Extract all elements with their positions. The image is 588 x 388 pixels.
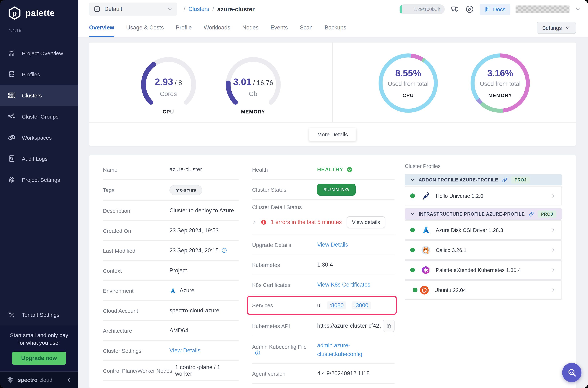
row-agent-version: Agent version 4.4.9/20240912.1118: [252, 364, 395, 384]
row-created-on: Created On 23 Sep 2024, 19:53: [103, 221, 239, 241]
addon-profile-header[interactable]: ADDON PROFILE AZURE-PROFILE PROJ: [405, 174, 562, 185]
row-k8s-certificates: K8s Certificates View K8s Certificates: [252, 275, 395, 295]
check-circle-icon: [346, 166, 353, 173]
settings-button[interactable]: Settings: [537, 22, 576, 34]
chevron-down-icon: [167, 6, 173, 12]
copy-icon[interactable]: [383, 320, 395, 332]
chevron-down-icon: [410, 212, 415, 216]
description-value: Cluster to deploy to Azure.: [169, 207, 236, 214]
row-last-modified: Last Modified 23 Sep 2024, 20:15: [103, 241, 239, 261]
row-architecture: Architecture AMD64: [103, 321, 239, 341]
sidebar-item-label: Clusters: [22, 92, 42, 98]
sidebar-collapse-button[interactable]: [66, 377, 72, 383]
card-divider: [332, 43, 333, 122]
sidebar-item-project-overview[interactable]: Project Overview: [0, 43, 78, 64]
service-port-8080-link[interactable]: :8080: [327, 301, 346, 309]
cluster-details-card: Name azure-cluster Tags ms-azure Descrip…: [89, 155, 576, 388]
memory-donut-chart: 3.16% Used from total MEMORY: [470, 53, 530, 113]
profile-item-hello-universe[interactable]: Hello Universe 1.2.0: [405, 186, 562, 205]
user-menu-chevron-icon[interactable]: [575, 6, 581, 12]
infrastructure-profile-header[interactable]: INFRASTRUCTURE PROFILE AZURE-PROFILE PRO…: [405, 208, 562, 220]
cpu-total-value: / 8: [175, 79, 182, 87]
architecture-value: AMD64: [169, 327, 188, 334]
brand-logo: p palette: [0, 0, 78, 20]
tab-usage-costs[interactable]: Usage & Costs: [126, 18, 164, 37]
service-port-3000-link[interactable]: :3000: [352, 301, 371, 309]
view-error-details-button[interactable]: View details: [347, 216, 385, 228]
network-nodes-icon: [8, 112, 16, 120]
brand-name: palette: [25, 8, 55, 18]
user-name-redacted[interactable]: [516, 5, 569, 13]
hello-universe-icon: [421, 191, 431, 200]
chat-icon[interactable]: [450, 4, 460, 14]
environment-value: Azure: [169, 287, 194, 294]
sidebar-item-label: Cluster Groups: [22, 113, 59, 120]
cluster-profiles-panel: Cluster Profiles ADDON PROFILE AZURE-PRO…: [405, 160, 562, 388]
sidebar-item-profiles[interactable]: Profiles: [0, 64, 78, 85]
expand-chevron-icon[interactable]: [252, 220, 257, 224]
services-value: ui :8080 :3000: [317, 301, 371, 309]
row-cluster-detail-status: Cluster Detail Status 1 errors in the la…: [252, 200, 395, 235]
search-fab-button[interactable]: [562, 363, 582, 382]
tab-workloads[interactable]: Workloads: [204, 18, 230, 37]
sidebar-item-workspaces[interactable]: Workspaces: [0, 127, 78, 148]
compass-icon[interactable]: [465, 4, 474, 14]
upgrade-now-button[interactable]: Upgrade now: [12, 352, 66, 365]
sidebar: p palette 4.4.19 Project Overview: [0, 0, 78, 388]
tab-backups[interactable]: Backups: [325, 18, 346, 37]
cluster-tabs: Overview Usage & Costs Profile Workloads…: [78, 18, 588, 37]
docs-button[interactable]: Docs: [480, 3, 510, 15]
cluster-settings-link[interactable]: View Details: [169, 347, 200, 354]
info-icon[interactable]: [221, 247, 227, 253]
project-selector[interactable]: Default: [89, 2, 177, 16]
tag-chip: ms-azure: [169, 185, 202, 195]
azure-disk-icon: [421, 225, 431, 235]
credits-value: 1.29/100kCh: [413, 6, 440, 12]
sidebar-nav: Project Overview Profiles: [0, 43, 78, 190]
sidebar-item-tenant-settings[interactable]: Tenant Settings: [0, 304, 78, 325]
chevron-right-icon: [551, 247, 556, 253]
profile-item-calico[interactable]: Calico 3.26.1: [405, 240, 562, 260]
cpu-unit: Cores: [138, 90, 198, 98]
chevron-right-icon: [551, 193, 556, 199]
row-health: Health HEALTHY: [252, 160, 395, 180]
row-services: Services ui :8080 :3000: [252, 295, 395, 316]
error-count-text: 1 errors in the last 5 minutes: [271, 219, 342, 225]
row-context: Context Project: [103, 261, 239, 281]
tab-nodes[interactable]: Nodes: [242, 18, 259, 37]
row-description: Description Cluster to deploy to Azure.: [103, 201, 239, 221]
azure-icon: [169, 287, 176, 294]
footer-brand-bold: spectro: [18, 377, 37, 383]
chevron-down-icon: [410, 177, 415, 182]
profile-item-azure-disk-csi[interactable]: Azure Disk CSI Driver 1.28.3: [405, 220, 562, 240]
status-dot-wrap: [410, 285, 420, 295]
k8s-certificates-link[interactable]: View K8s Certificates: [317, 281, 370, 288]
profile-item-ubuntu[interactable]: Ubuntu 22.04: [405, 280, 562, 300]
running-status-badge: RUNNING: [317, 183, 356, 195]
sidebar-item-cluster-groups[interactable]: Cluster Groups: [0, 106, 78, 127]
chart-overview-icon: [8, 49, 16, 57]
sidebar-item-clusters[interactable]: Clusters: [0, 85, 78, 106]
proj-badge: PROJ: [511, 176, 530, 183]
tab-overview[interactable]: Overview: [89, 18, 114, 37]
upgrade-details-link[interactable]: View Details: [317, 242, 348, 248]
breadcrumb-separator: /: [212, 6, 214, 12]
chevron-right-icon: [551, 227, 556, 233]
row-kubernetes-api: Kubernetes API https://azure-cluster-cf4…: [252, 316, 395, 336]
sidebar-item-audit-logs[interactable]: Audit Logs: [0, 148, 78, 169]
sidebar-item-label: Workspaces: [22, 134, 52, 141]
profile-item-palette-extended-k8s[interactable]: Palette eXtended Kubernetes 1.30.4: [405, 260, 562, 280]
project-selector-value: Default: [104, 6, 122, 12]
tab-scan[interactable]: Scan: [300, 18, 313, 37]
project-chart-icon: [94, 5, 101, 13]
sidebar-item-label: Profiles: [22, 71, 40, 77]
info-icon[interactable]: [255, 350, 261, 356]
kubeconfig-download-link[interactable]: admin.azure-cluster.kubeconfig: [317, 341, 376, 358]
credits-usage-pill: 1.29/100kCh: [399, 4, 445, 14]
upgrade-promo: Start small and only pay for what you us…: [0, 325, 78, 371]
breadcrumb-clusters-link[interactable]: Clusters: [188, 6, 209, 12]
sidebar-item-project-settings[interactable]: Project Settings: [0, 169, 78, 190]
tab-profile[interactable]: Profile: [176, 18, 192, 37]
tab-events[interactable]: Events: [271, 18, 288, 37]
more-details-button[interactable]: More Details: [309, 127, 356, 141]
